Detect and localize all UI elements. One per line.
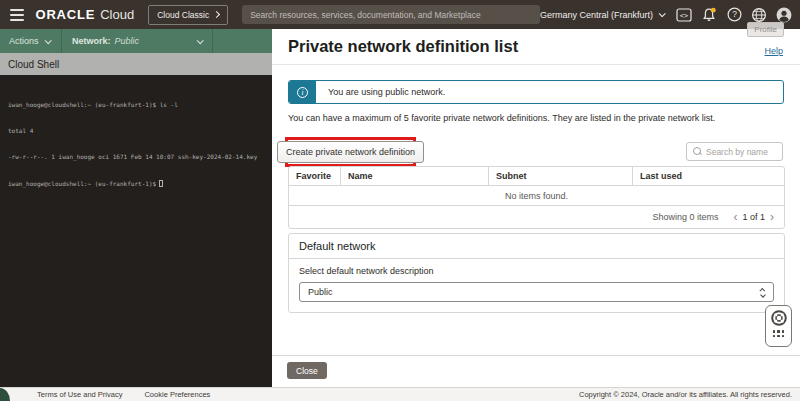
showing-items-text: Showing 0 items [652,212,718,222]
logo-oracle-text: ORACLE [36,7,96,22]
column-header-favorite: Favorite [289,167,341,185]
chevron-down-icon [197,37,204,44]
column-header-name: Name [341,167,489,185]
oracle-cloud-logo[interactable]: ORACLE Cloud [36,7,135,22]
floating-assist-widget [765,305,792,347]
dev-console-icon[interactable]: <> [676,7,692,23]
shell-network-dropdown[interactable]: Network: Public [62,29,213,53]
chevron-down-icon [44,37,51,44]
notifications-bell-icon[interactable] [701,7,717,23]
shell-network-label: Network: [72,36,111,46]
column-header-subnet: Subnet [489,167,633,185]
info-banner-text: You are using public network. [316,81,445,103]
shell-network-value: Public [115,36,140,46]
annotation-highlight-box: Create private network definition [285,137,416,167]
pagination-next-icon[interactable]: › [770,211,774,223]
pagination-count: 1 of 1 [742,212,765,222]
svg-text:?: ? [732,9,737,19]
cloud-shell-panel: Actions Network: Public Cloud Shell iwan… [0,29,272,387]
panel-footer-separator [272,355,800,356]
hamburger-menu-icon[interactable] [10,9,24,21]
life-ring-icon[interactable] [770,309,788,327]
private-network-table: Favorite Name Subnet Last used No items … [288,166,785,229]
default-network-select-value: Public [308,287,333,297]
header-separator [272,64,800,65]
default-network-select-label: Select default network description [299,266,774,276]
user-avatar-icon[interactable] [776,7,792,23]
info-icon-wrap: i [289,81,316,103]
terminal-line: -rw-r--r--. 1 iwan_hooge oci 1671 Feb 14… [8,153,268,162]
copyright-text: Copyright © 2024, Oracle and/or its affi… [579,390,792,399]
cloud-shell-toolbar: Actions Network: Public [0,29,272,53]
info-banner: i You are using public network. [288,80,784,104]
topbar-icons: <> ? [676,7,792,23]
cloud-shell-titlebar: Cloud Shell [0,53,272,75]
terminal-cursor [159,180,163,187]
private-network-panel: Profile Private network definition list … [272,29,800,387]
region-label: Germany Central (Frankfurt) [540,10,653,20]
terminal-area[interactable]: iwan_hooge@cloudshell:~ (eu-frankfurt-1)… [0,75,272,387]
page-title: Private network definition list [288,37,518,56]
help-link[interactable]: Help [764,46,783,56]
search-icon [693,147,702,156]
help-question-icon[interactable]: ? [726,7,742,23]
name-search-box [686,142,783,161]
chevron-down-icon [659,10,666,17]
max-favorites-description: You can have a maximum of 5 favorite pri… [288,113,715,123]
column-header-last-used: Last used [633,167,784,185]
terminal-line: iwan_hooge@cloudshell:~ (eu-frankfurt-1)… [8,101,268,110]
cloud-classic-button[interactable]: Cloud Classic [148,5,228,25]
table-empty-state: No items found. [289,186,784,206]
oci-console-screen: ORACLE Cloud Cloud Classic Germany Centr… [0,0,800,401]
cloud-classic-label: Cloud Classic [157,10,209,20]
default-network-select[interactable]: Public [299,282,774,302]
logo-cloud-text: Cloud [100,7,134,22]
default-network-card: Default network Select default network d… [288,233,785,313]
svg-text:<>: <> [680,12,688,20]
region-selector[interactable]: Germany Central (Frankfurt) [540,10,664,20]
top-navigation-bar: ORACLE Cloud Cloud Classic Germany Centr… [0,0,800,29]
select-spinner-icon [761,288,765,297]
terminal-line: total 4 [8,127,268,136]
footer-links: Terms of Use and Privacy Cookie Preferen… [37,390,210,399]
shell-actions-label: Actions [9,36,39,46]
create-private-network-button[interactable]: Create private network definition [277,141,424,163]
terminal-prompt-line: iwan_hooge@cloudshell:~ (eu-frankfurt-1)… [8,180,268,189]
info-icon: i [297,87,308,98]
page-footer: Terms of Use and Privacy Cookie Preferen… [0,387,800,401]
language-globe-icon[interactable] [751,7,767,23]
global-search-input[interactable] [242,5,540,24]
default-network-body: Select default network description Publi… [289,259,784,312]
cookie-preferences-link[interactable]: Cookie Preferences [144,390,210,399]
terms-link[interactable]: Terms of Use and Privacy [37,390,122,399]
table-header-row: Favorite Name Subnet Last used [289,167,784,186]
table-footer: Showing 0 items ‹ 1 of 1 › [289,206,784,228]
chevron-right-icon [213,11,220,18]
shell-actions-dropdown[interactable]: Actions [0,29,62,53]
cloud-shell-title: Cloud Shell [8,59,59,70]
pagination-prev-icon[interactable]: ‹ [733,211,737,223]
profile-tooltip: Profile [747,22,784,37]
drag-dots-icon[interactable] [773,330,785,337]
name-search-input[interactable] [706,147,776,157]
close-button[interactable]: Close [287,362,327,379]
default-network-title: Default network [289,234,784,259]
